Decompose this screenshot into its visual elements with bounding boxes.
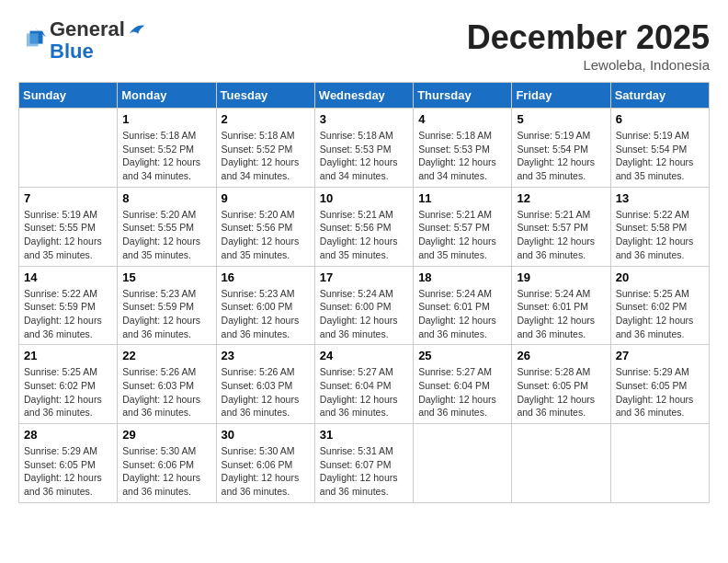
day-info: Sunrise: 5:18 AM Sunset: 5:52 PM Dayligh… [222,129,310,183]
day-number: 4 [418,112,506,126]
calendar-cell: 7Sunrise: 5:19 AM Sunset: 5:55 PM Daylig… [19,187,118,266]
day-info: Sunrise: 5:29 AM Sunset: 6:05 PM Dayligh… [24,444,112,499]
calendar-cell [19,109,118,188]
day-number: 21 [24,349,112,362]
day-info: Sunrise: 5:31 AM Sunset: 6:07 PM Dayligh… [320,444,408,499]
calendar-cell: 27Sunrise: 5:29 AM Sunset: 6:05 PM Dayli… [610,345,709,424]
logo-blue-text: Blue [50,40,147,63]
calendar-cell: 12Sunrise: 5:21 AM Sunset: 5:57 PM Dayli… [512,187,610,266]
day-number: 15 [122,270,210,284]
day-info: Sunrise: 5:22 AM Sunset: 5:59 PM Dayligh… [24,287,112,341]
weekday-header-monday: Monday [118,83,216,109]
day-number: 28 [24,428,112,442]
day-number: 3 [320,112,408,126]
day-info: Sunrise: 5:18 AM Sunset: 5:53 PM Dayligh… [418,129,506,183]
day-info: Sunrise: 5:21 AM Sunset: 5:56 PM Dayligh… [320,208,408,262]
calendar-cell [414,424,512,503]
location: Lewoleba, Indonesia [467,57,710,73]
calendar-cell [512,424,610,503]
calendar-cell: 19Sunrise: 5:24 AM Sunset: 6:01 PM Dayli… [512,266,610,345]
calendar-cell: 17Sunrise: 5:24 AM Sunset: 6:00 PM Dayli… [314,266,413,345]
day-info: Sunrise: 5:25 AM Sunset: 6:02 PM Dayligh… [24,365,112,419]
weekday-header-tuesday: Tuesday [216,83,314,109]
title-block: December 2025 Lewoleba, Indonesia [467,18,710,73]
calendar-table: SundayMondayTuesdayWednesdayThursdayFrid… [18,82,710,503]
calendar-cell [610,424,709,503]
weekday-header-wednesday: Wednesday [314,83,413,109]
logo-bird-icon [126,20,146,40]
day-number: 11 [418,191,506,205]
calendar-cell: 26Sunrise: 5:28 AM Sunset: 6:05 PM Dayli… [512,345,610,424]
day-info: Sunrise: 5:18 AM Sunset: 5:53 PM Dayligh… [320,129,408,183]
calendar-cell: 21Sunrise: 5:25 AM Sunset: 6:02 PM Dayli… [19,345,118,424]
calendar-cell: 4Sunrise: 5:18 AM Sunset: 5:53 PM Daylig… [414,109,512,188]
calendar-cell: 31Sunrise: 5:31 AM Sunset: 6:07 PM Dayli… [314,424,413,503]
calendar-cell: 2Sunrise: 5:18 AM Sunset: 5:52 PM Daylig… [216,109,314,188]
day-number: 19 [517,270,605,284]
day-number: 1 [122,112,210,126]
day-number: 2 [222,112,310,126]
calendar-cell: 5Sunrise: 5:19 AM Sunset: 5:54 PM Daylig… [512,109,610,188]
calendar-cell: 1Sunrise: 5:18 AM Sunset: 5:52 PM Daylig… [118,109,216,188]
calendar-week-4: 21Sunrise: 5:25 AM Sunset: 6:02 PM Dayli… [19,345,710,424]
day-number: 23 [222,349,310,362]
day-number: 17 [320,270,408,284]
day-number: 30 [222,428,310,442]
calendar-cell: 25Sunrise: 5:27 AM Sunset: 6:04 PM Dayli… [414,345,512,424]
calendar-cell: 10Sunrise: 5:21 AM Sunset: 5:56 PM Dayli… [314,187,413,266]
day-info: Sunrise: 5:19 AM Sunset: 5:55 PM Dayligh… [24,208,112,262]
day-number: 5 [517,112,605,126]
day-number: 7 [24,191,112,205]
logo-icon [20,26,46,52]
day-info: Sunrise: 5:26 AM Sunset: 6:03 PM Dayligh… [222,365,310,419]
calendar-cell: 28Sunrise: 5:29 AM Sunset: 6:05 PM Dayli… [19,424,118,503]
day-number: 6 [616,112,704,126]
calendar-cell: 18Sunrise: 5:24 AM Sunset: 6:01 PM Dayli… [414,266,512,345]
day-number: 26 [517,349,605,362]
day-number: 12 [517,191,605,205]
calendar-cell: 23Sunrise: 5:26 AM Sunset: 6:03 PM Dayli… [216,345,314,424]
weekday-header-saturday: Saturday [610,83,709,109]
calendar-cell: 3Sunrise: 5:18 AM Sunset: 5:53 PM Daylig… [314,109,413,188]
day-info: Sunrise: 5:28 AM Sunset: 6:05 PM Dayligh… [517,365,605,419]
month-title: December 2025 [467,18,710,57]
day-info: Sunrise: 5:18 AM Sunset: 5:52 PM Dayligh… [122,129,210,183]
weekday-header-thursday: Thursday [414,83,512,109]
logo-general-text: General [50,17,125,40]
day-number: 13 [616,191,704,205]
calendar-cell: 8Sunrise: 5:20 AM Sunset: 5:55 PM Daylig… [118,187,216,266]
day-number: 18 [418,270,506,284]
calendar-cell: 6Sunrise: 5:19 AM Sunset: 5:54 PM Daylig… [610,109,709,188]
day-number: 27 [616,349,704,362]
day-number: 8 [122,191,210,205]
day-info: Sunrise: 5:27 AM Sunset: 6:04 PM Dayligh… [320,365,408,419]
day-info: Sunrise: 5:24 AM Sunset: 6:01 PM Dayligh… [517,287,605,341]
calendar-cell: 22Sunrise: 5:26 AM Sunset: 6:03 PM Dayli… [118,345,216,424]
calendar-week-3: 14Sunrise: 5:22 AM Sunset: 5:59 PM Dayli… [19,266,710,345]
day-info: Sunrise: 5:30 AM Sunset: 6:06 PM Dayligh… [222,444,310,499]
day-info: Sunrise: 5:30 AM Sunset: 6:06 PM Dayligh… [122,444,210,499]
day-info: Sunrise: 5:26 AM Sunset: 6:03 PM Dayligh… [122,365,210,419]
day-number: 20 [616,270,704,284]
logo: General Blue [18,18,147,63]
calendar-cell: 13Sunrise: 5:22 AM Sunset: 5:58 PM Dayli… [610,187,709,266]
day-number: 25 [418,349,506,362]
calendar-week-5: 28Sunrise: 5:29 AM Sunset: 6:05 PM Dayli… [19,424,710,503]
day-number: 16 [222,270,310,284]
calendar-cell: 11Sunrise: 5:21 AM Sunset: 5:57 PM Dayli… [414,187,512,266]
day-info: Sunrise: 5:27 AM Sunset: 6:04 PM Dayligh… [418,365,506,419]
day-info: Sunrise: 5:20 AM Sunset: 5:55 PM Dayligh… [122,208,210,262]
day-info: Sunrise: 5:29 AM Sunset: 6:05 PM Dayligh… [616,365,704,419]
day-number: 10 [320,191,408,205]
calendar-cell: 16Sunrise: 5:23 AM Sunset: 6:00 PM Dayli… [216,266,314,345]
day-info: Sunrise: 5:23 AM Sunset: 6:00 PM Dayligh… [222,287,310,341]
day-info: Sunrise: 5:21 AM Sunset: 5:57 PM Dayligh… [517,208,605,262]
weekday-header-sunday: Sunday [19,83,118,109]
day-number: 29 [122,428,210,442]
day-number: 9 [222,191,310,205]
calendar-week-1: 1Sunrise: 5:18 AM Sunset: 5:52 PM Daylig… [19,109,710,188]
day-info: Sunrise: 5:24 AM Sunset: 6:01 PM Dayligh… [418,287,506,341]
day-info: Sunrise: 5:22 AM Sunset: 5:58 PM Dayligh… [616,208,704,262]
day-number: 22 [122,349,210,362]
day-number: 14 [24,270,112,284]
